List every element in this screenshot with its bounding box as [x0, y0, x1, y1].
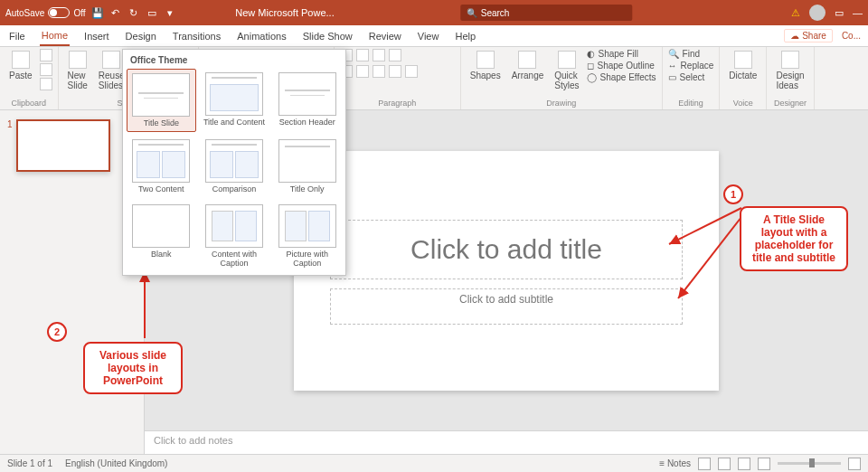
columns-icon[interactable] — [405, 65, 418, 78]
slide-thumbnail-1[interactable] — [16, 119, 110, 172]
new-slide-button[interactable]: New Slide — [64, 49, 91, 92]
paste-icon — [12, 51, 30, 69]
normal-view-icon[interactable] — [698, 458, 711, 470]
warning-icon[interactable]: ⚠ — [791, 7, 800, 19]
layout-thumb-icon — [205, 72, 263, 116]
share-button[interactable]: ☁ Share — [784, 29, 832, 42]
document-title: New Microsoft Powe... — [235, 7, 334, 18]
layout-option-content[interactable]: Title and Content — [200, 69, 269, 132]
status-bar: Slide 1 of 1 English (United Kingdom) ≡ … — [0, 454, 868, 472]
copy-icon[interactable] — [40, 63, 52, 76]
design-ideas-button[interactable]: Design Ideas — [772, 49, 807, 92]
select-button[interactable]: ▭Select — [668, 72, 714, 82]
clipboard-label: Clipboard — [5, 99, 52, 109]
indent-left-icon[interactable] — [373, 49, 385, 61]
outline-icon: ◻ — [587, 61, 594, 71]
reading-view-icon[interactable] — [738, 458, 750, 470]
layout-thumb-icon — [278, 72, 336, 116]
quick-styles-button[interactable]: Quick Styles — [551, 49, 582, 92]
effects-icon: ◯ — [587, 72, 597, 82]
shapes-icon — [476, 51, 495, 69]
tab-review[interactable]: Review — [367, 27, 403, 45]
layout-dropdown-panel: Office Theme Title SlideTitle and Conten… — [122, 49, 346, 276]
tab-home[interactable]: Home — [40, 26, 70, 46]
autosave-toggle[interactable]: AutoSave Off — [5, 7, 86, 18]
justify-icon[interactable] — [389, 65, 401, 78]
layout-option-pwc[interactable]: Picture with Caption — [272, 201, 342, 271]
language-indicator[interactable]: English (United Kingdom) — [65, 458, 167, 468]
dictate-button[interactable]: Dictate — [725, 49, 760, 82]
tab-insert[interactable]: Insert — [82, 27, 111, 45]
group-voice: Dictate Voice — [720, 47, 767, 109]
from-beginning-icon[interactable]: ▭ — [146, 6, 158, 19]
tab-view[interactable]: View — [416, 27, 441, 45]
layout-option-two[interactable]: Two Content — [127, 136, 196, 197]
layout-option-section[interactable]: Section Header — [272, 69, 342, 132]
qat-dropdown-icon[interactable]: ▾ — [164, 6, 176, 19]
new-slide-icon — [69, 51, 87, 69]
menu-bar: File Home Insert Design Transitions Anim… — [0, 25, 868, 47]
layout-option-blank[interactable]: Blank — [127, 201, 196, 271]
format-painter-icon[interactable] — [40, 78, 52, 90]
layout-thumb-icon — [132, 139, 190, 183]
shape-fill-button[interactable]: ◐Shape Fill — [587, 49, 656, 59]
tab-transitions[interactable]: Transitions — [171, 27, 222, 45]
layout-option-title[interactable]: Title Slide — [127, 69, 196, 132]
autosave-state: Off — [73, 8, 85, 18]
search-box[interactable]: 🔍 Search — [461, 5, 633, 21]
layout-option-cwc[interactable]: Content with Caption — [200, 201, 269, 271]
layout-dropdown-header: Office Theme — [127, 53, 342, 69]
minimize-icon[interactable]: — — [853, 7, 863, 18]
slide-sorter-view-icon[interactable] — [718, 458, 731, 470]
slide-show-view-icon[interactable] — [758, 458, 770, 470]
quick-styles-icon — [558, 51, 576, 69]
align-center-icon[interactable] — [356, 65, 369, 78]
layout-option-compare[interactable]: Comparison — [200, 136, 269, 197]
editing-label: Editing — [668, 99, 714, 109]
cut-icon[interactable] — [40, 49, 52, 61]
shapes-button[interactable]: Shapes — [467, 49, 505, 82]
shape-outline-button[interactable]: ◻Shape Outline — [587, 61, 656, 71]
design-ideas-icon — [781, 51, 799, 69]
layout-option-label: Section Header — [279, 118, 335, 127]
tab-help[interactable]: Help — [453, 27, 477, 45]
ribbon-display-icon[interactable]: ▭ — [835, 7, 844, 19]
user-avatar[interactable] — [809, 5, 826, 21]
redo-icon[interactable]: ↻ — [127, 6, 140, 19]
layout-option-label: Title Only — [290, 184, 325, 194]
layout-thumb-icon — [205, 139, 263, 183]
arrange-button[interactable]: Arrange — [508, 49, 548, 82]
undo-icon[interactable]: ↶ — [109, 6, 122, 19]
tab-animations[interactable]: Animations — [235, 27, 288, 45]
layout-option-label: Blank — [151, 250, 172, 259]
reuse-slides-icon — [102, 51, 120, 69]
paragraph-label: Paragraph — [340, 99, 455, 109]
replace-button[interactable]: ↔Replace — [668, 61, 714, 71]
comments-button[interactable]: Co... — [842, 31, 861, 41]
fill-icon: ◐ — [587, 49, 595, 59]
save-icon[interactable]: 💾 — [91, 6, 104, 19]
tab-slide-show[interactable]: Slide Show — [301, 27, 354, 45]
layout-option-label: Title and Content — [203, 118, 265, 127]
subtitle-placeholder[interactable]: Click to add subtitle — [330, 288, 683, 325]
numbering-icon[interactable] — [356, 49, 369, 61]
fit-to-window-icon[interactable] — [848, 458, 861, 470]
layout-option-label: Content with Caption — [202, 250, 268, 268]
group-clipboard: Paste Clipboard — [0, 47, 59, 109]
tab-file[interactable]: File — [7, 27, 27, 45]
zoom-slider[interactable] — [778, 462, 841, 465]
indent-right-icon[interactable] — [389, 49, 401, 61]
notes-pane[interactable]: Click to add notes — [145, 430, 868, 454]
replace-icon: ↔ — [668, 61, 677, 71]
slide-editor[interactable]: Click to add title Click to add subtitle — [294, 151, 719, 391]
layout-thumb-icon — [278, 204, 336, 248]
paste-button[interactable]: Paste — [5, 49, 36, 82]
align-right-icon[interactable] — [373, 65, 385, 78]
autosave-label: AutoSave — [5, 8, 44, 18]
find-button[interactable]: 🔍Find — [668, 49, 714, 59]
tab-design[interactable]: Design — [124, 27, 158, 45]
notes-toggle[interactable]: ≡ Notes — [659, 458, 691, 468]
layout-option-titleonly[interactable]: Title Only — [272, 136, 342, 197]
title-placeholder[interactable]: Click to add title — [330, 220, 683, 279]
shape-effects-button[interactable]: ◯Shape Effects — [587, 72, 656, 82]
